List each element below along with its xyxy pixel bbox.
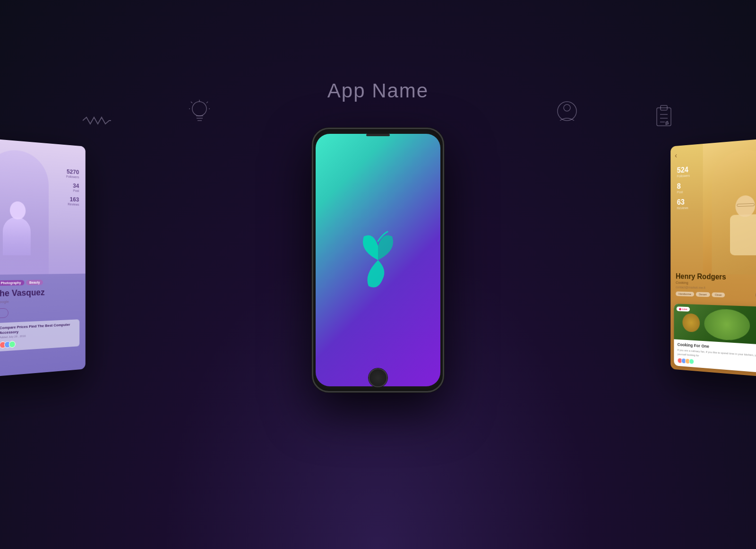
follow-button[interactable]: Follow [0, 308, 9, 319]
reviews-label: Reviews [66, 202, 79, 206]
cooking-card: Live Cooking For One If you are a culina… [674, 304, 756, 374]
bulb-icon [189, 99, 210, 127]
henry-photo [703, 137, 756, 275]
svg-line-6 [206, 102, 208, 103]
product-card: K-POP Compare Prices Find The Best Compu… [0, 319, 79, 353]
henry-post-label: Post [677, 190, 690, 194]
henry-followers-count: 524 [677, 166, 690, 174]
profile-info: Fashion Photography Beauty Blanche Vasqu… [0, 274, 86, 359]
tag-desert: Desert [696, 292, 710, 297]
cooking-card-image: Live [674, 304, 756, 346]
profile-stats: 5270 Followers 34 Post 163 Reviews [66, 168, 79, 210]
app-logo [350, 227, 406, 293]
live-badge: Live [677, 306, 690, 312]
screens-container: Linnie Ramsey 221-067-4004 [94, 137, 662, 411]
phone-screen [316, 134, 440, 386]
profile-tags: Fashion Photography Beauty [0, 279, 79, 286]
clipboard-icon [654, 104, 673, 130]
profile-role: Designer at Google [0, 297, 79, 305]
henry-info: Henry Rodgers Cooking contact@market-me.… [670, 272, 756, 302]
cooking-card-content: Cooking For One If you are a culinary fa… [674, 340, 756, 375]
app-title: App Name [327, 79, 429, 102]
henry-followers-label: Followers [677, 174, 690, 178]
tag-handsome: Handsome [676, 291, 694, 296]
product-avatars [0, 337, 77, 349]
post-count: 34 [66, 182, 79, 189]
phone-body [312, 128, 444, 392]
svg-line-5 [191, 102, 192, 103]
home-button[interactable] [369, 368, 387, 387]
person-head [10, 201, 26, 219]
avatar-3 [9, 341, 16, 348]
center-phone [312, 128, 444, 392]
henry-post-count: 8 [677, 182, 690, 191]
henry-email: contact@market-me.fi [676, 286, 756, 291]
followers-count: 5270 [66, 168, 79, 175]
live-label: Live [682, 308, 687, 311]
screen-profile-henry: ‹ 524 Followers 8 Post 63 Reviews Henry … [670, 137, 756, 378]
live-dot [679, 308, 681, 310]
henry-reviews-count: 63 [677, 198, 690, 207]
reviews-count: 163 [66, 196, 79, 203]
gradient-overlay [0, 226, 86, 275]
followers-label: Followers [66, 175, 79, 179]
back-button[interactable]: ‹ [675, 151, 677, 160]
henry-reviews-label: Reviews [677, 206, 690, 210]
tag-photography: Photography [0, 280, 24, 286]
tag-clean: Clean [712, 292, 725, 297]
screen-profile-blanche: ‹ 5270 Followers 34 Post 163 Reviews Fas… [0, 137, 86, 378]
tag-beauty: Beauty [26, 280, 43, 286]
phone-speaker [366, 134, 390, 136]
henry-tags: Handsome Desert Clean [676, 291, 756, 299]
cooking-av-4 [689, 358, 694, 365]
post-label: Post [66, 189, 79, 192]
svg-point-0 [192, 102, 206, 116]
wave-icon [83, 113, 111, 130]
person-location-icon [555, 99, 579, 127]
henry-stats: 524 Followers 8 Post 63 Reviews [677, 166, 690, 214]
svg-point-10 [564, 105, 570, 111]
